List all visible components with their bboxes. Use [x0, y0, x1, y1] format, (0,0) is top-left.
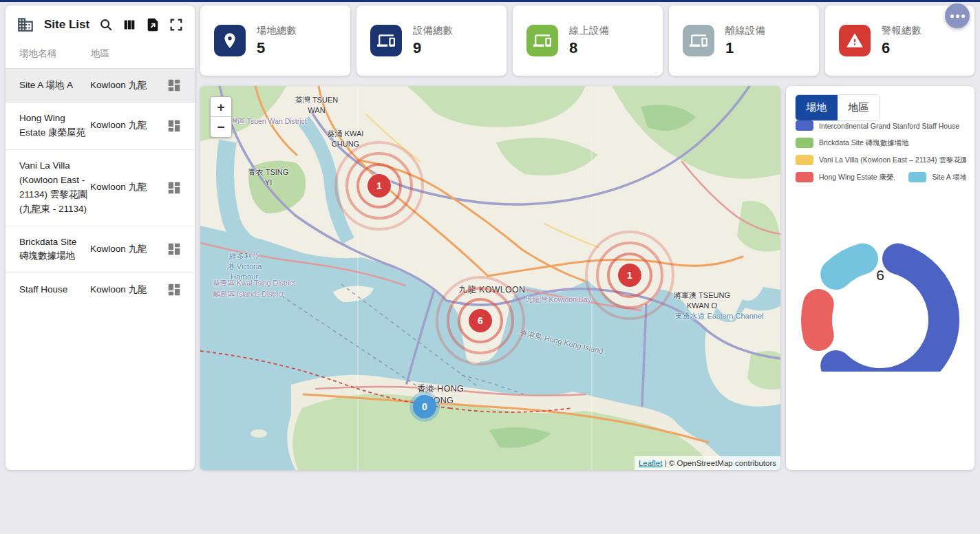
legend-label: Brickdata Site 磚塊數據場地: [819, 138, 909, 148]
osm-attribution: © OpenStreetMap contributors: [669, 459, 776, 467]
leaflet-map[interactable]: 荃灣 TSUEN WAN 葵涌 KWAI CHUNG 青衣 TSING YI 九…: [200, 86, 780, 470]
attribution-divider: |: [665, 459, 667, 467]
site-region: Kowloon 九龍: [90, 118, 153, 133]
site-list-title: Site List: [44, 18, 89, 32]
stat-label: 設備總數: [413, 24, 453, 37]
table-row[interactable]: Brickdata Site 磚塊數據場地 Kowloon 九龍: [6, 226, 195, 273]
cluster-count: 6: [478, 315, 483, 326]
stat-value: 9: [413, 39, 453, 57]
site-name: Brickdata Site 磚塊數據場地: [19, 235, 88, 264]
dashboard-icon[interactable]: [153, 180, 195, 195]
legend-item[interactable]: Brickdata Site 磚塊數據場地: [796, 138, 909, 148]
chart-tab-group: 場地 地區: [795, 94, 880, 121]
building-icon: [17, 16, 34, 34]
table-row[interactable]: Staff House Kowloon 九龍: [6, 273, 195, 306]
legend-swatch: [796, 120, 813, 131]
leaflet-link[interactable]: Leaflet: [639, 459, 663, 467]
donut-slice: [816, 305, 818, 336]
zoom-in-button[interactable]: +: [211, 97, 231, 117]
cluster-count: 1: [376, 180, 382, 191]
map-cluster-marker[interactable]: 6: [469, 309, 492, 332]
cluster-count: 0: [422, 401, 427, 412]
site-list-panel: Site List 場地名稱 地區 Site A 場地 A Kowloon 九龍…: [6, 6, 195, 470]
map-cluster-marker[interactable]: 0: [413, 395, 436, 418]
stat-card-offline-devices: 離線設備 1: [669, 6, 819, 76]
map-zoom-control: + −: [210, 96, 232, 138]
table-row[interactable]: Vani La Villa (Kowloon East - 21134) 雲黎花…: [6, 149, 195, 226]
legend-label: Intercontinental Grand Stanford Staff Ho…: [819, 122, 959, 130]
site-name: Site A 場地 A: [19, 78, 88, 93]
stat-label: 場地總數: [257, 24, 297, 37]
stat-value: 6: [882, 39, 922, 57]
search-icon[interactable]: [97, 16, 115, 34]
column-header-name: 場地名稱: [19, 47, 91, 60]
map-tiles: [200, 86, 780, 470]
devices-icon: [370, 25, 402, 56]
donut-total-label: 6: [786, 267, 974, 284]
stat-label: 線上設備: [569, 24, 609, 37]
site-name: Hong Wing Estate 康榮屋苑: [19, 111, 88, 140]
dashboard-icon[interactable]: [153, 78, 195, 93]
site-name: Vani La Villa (Kowloon East - 21134) 雲黎花…: [19, 159, 88, 217]
site-region: Kowloon 九龍: [90, 78, 153, 93]
legend-item[interactable]: Intercontinental Grand Stanford Staff Ho…: [796, 120, 959, 131]
stat-card-total-devices: 設備總數 9: [356, 6, 507, 76]
site-region: Kowloon 九龍: [90, 283, 153, 297]
stat-value: 1: [725, 39, 765, 57]
site-list-header: Site List: [6, 6, 195, 41]
map-cluster-marker[interactable]: 1: [368, 174, 391, 197]
warning-icon: [839, 25, 871, 56]
tab-sites[interactable]: 場地: [796, 95, 838, 120]
export-file-icon[interactable]: [144, 16, 162, 34]
dashboard-icon[interactable]: [153, 118, 195, 134]
top-accent-bar: [0, 0, 980, 2]
legend-item[interactable]: Vani La Villa (Kowloon East – 21134) 雲黎花…: [796, 155, 966, 165]
site-region: Kowloon 九龍: [90, 180, 153, 195]
column-header-region: 地區: [91, 47, 154, 60]
stat-card-total-sites: 場地總數 5: [200, 6, 350, 76]
stat-label: 離線設備: [725, 24, 765, 37]
view-columns-icon[interactable]: [120, 16, 138, 34]
devices-icon: [683, 25, 714, 56]
cluster-count: 1: [627, 270, 632, 281]
devices-icon: [526, 25, 558, 56]
site-region: Kowloon 九龍: [90, 242, 153, 257]
legend-swatch: [796, 155, 813, 165]
site-list-toolbar: [97, 16, 185, 34]
table-header-row: 場地名稱 地區: [6, 41, 195, 68]
dashboard-icon[interactable]: [153, 282, 195, 297]
dashboard-icon[interactable]: [153, 242, 195, 257]
table-row[interactable]: Hong Wing Estate 康榮屋苑 Kowloon 九龍: [6, 102, 195, 149]
stat-value: 5: [257, 39, 297, 57]
site-name: Staff House: [19, 283, 88, 297]
chart-panel: 場地 地區 Intercontinental Grand Stanford St…: [786, 86, 974, 470]
stat-card-online-devices: 線上設備 8: [513, 6, 663, 76]
stat-value: 8: [569, 39, 609, 57]
stat-label: 警報總數: [882, 24, 922, 37]
map-cluster-marker[interactable]: 1: [618, 264, 641, 287]
zoom-out-button[interactable]: −: [211, 117, 231, 137]
table-row[interactable]: Site A 場地 A Kowloon 九龍: [6, 68, 195, 102]
location-pin-icon: [214, 25, 246, 56]
ellipsis-icon[interactable]: [945, 3, 970, 28]
legend-label: Vani La Villa (Kowloon East – 21134) 雲黎花…: [819, 156, 966, 165]
fullscreen-icon[interactable]: [167, 16, 185, 34]
map-attribution: Leaflet | © OpenStreetMap contributors: [635, 456, 780, 470]
legend-swatch: [796, 138, 813, 148]
tab-regions[interactable]: 地區: [838, 95, 880, 120]
